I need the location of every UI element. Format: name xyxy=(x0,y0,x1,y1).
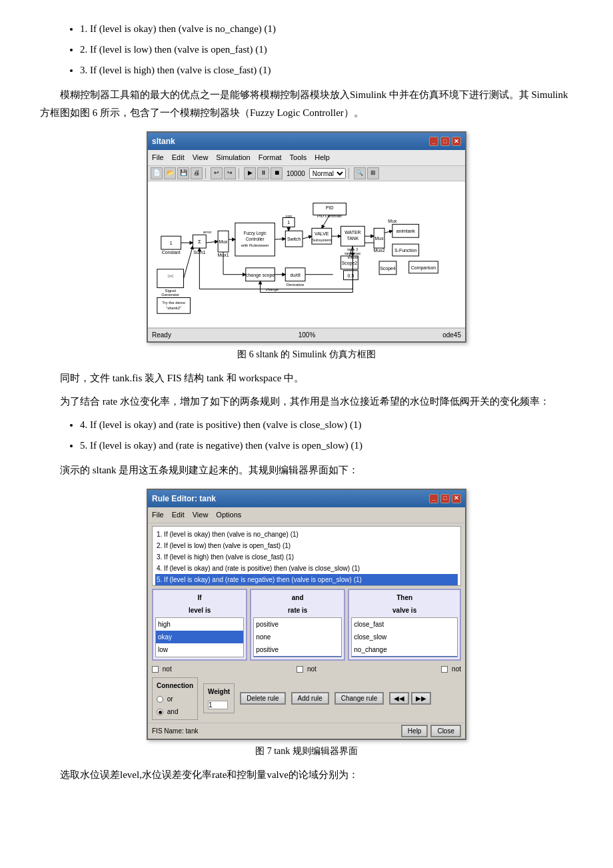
tb-pause-icon[interactable]: ⏸ xyxy=(257,167,269,179)
simulink-close-btn[interactable]: ✕ xyxy=(452,137,461,146)
re-and-radio[interactable] xyxy=(157,709,163,715)
re-rule-4[interactable]: 4. If (level is okay) and (rate is posit… xyxy=(155,563,458,574)
tb-fit-icon[interactable]: ⊞ xyxy=(367,167,379,179)
re-connection-box: Connection or and xyxy=(152,677,198,720)
svg-text:Generator: Generator xyxy=(161,293,179,297)
re-not-valve-checkbox[interactable] xyxy=(441,666,448,673)
svg-text:Mux: Mux xyxy=(388,219,397,223)
re-minimize-btn[interactable]: _ xyxy=(429,494,438,503)
re-next-button[interactable]: ▶▶ xyxy=(411,692,431,705)
re-valve-no-change[interactable]: no_change xyxy=(352,643,457,656)
re-not-level-checkbox[interactable] xyxy=(152,666,159,673)
re-close-btn[interactable]: ✕ xyxy=(452,494,461,503)
re-delete-rule-button[interactable]: Delete rule xyxy=(240,692,285,705)
sim-menu-file[interactable]: File xyxy=(152,151,164,164)
tb-undo-icon[interactable]: ↩ xyxy=(211,167,223,179)
svg-text:Switch: Switch xyxy=(287,237,301,241)
bullet-list-1: 1. If (level is okay) then (valve is no_… xyxy=(80,20,573,79)
re-rate-none[interactable]: none xyxy=(254,631,341,643)
re-rule-5[interactable]: 5. If (level is okay) and (rate is negat… xyxy=(155,574,458,585)
re-level-none[interactable]: none xyxy=(156,656,243,657)
re-change-rule-button[interactable]: Change rule xyxy=(334,692,384,705)
re-not-rate-label[interactable]: not xyxy=(297,663,316,675)
sim-menu-help[interactable]: Help xyxy=(314,151,330,164)
re-and-radio-label[interactable]: and xyxy=(157,706,193,717)
figure-6-container: sltank _ □ ✕ File Edit View Simulation F… xyxy=(40,131,573,363)
re-rules-area[interactable]: 1. If (level is okay) then (valve is no_… xyxy=(152,526,461,586)
re-not-rate-checkbox[interactable] xyxy=(297,666,303,673)
re-level-list[interactable]: high okay low none xyxy=(155,617,244,657)
svg-text:PID: PID xyxy=(326,205,334,210)
re-menu-options[interactable]: Options xyxy=(216,509,241,521)
tb-mode-select[interactable]: Normal xyxy=(309,168,346,179)
re-menu-edit[interactable]: Edit xyxy=(172,509,185,521)
re-not-level-label[interactable]: not xyxy=(152,663,172,675)
tb-print-icon[interactable]: 🖨 xyxy=(191,167,203,179)
svg-text:"sltank2": "sltank2" xyxy=(166,306,181,310)
re-rate-negative[interactable]: negative xyxy=(254,656,341,657)
bullet-item-5: 5. If (level is okay) and (rate is negat… xyxy=(80,437,573,455)
re-valve-close-fast[interactable]: close_fast xyxy=(352,618,457,631)
re-or-radio[interactable] xyxy=(157,696,163,703)
simulink-titlebar-buttons: _ □ ✕ xyxy=(429,137,461,146)
re-menu-view[interactable]: View xyxy=(193,509,209,521)
simulink-minimize-btn[interactable]: _ xyxy=(429,137,438,146)
sim-menu-edit[interactable]: Edit xyxy=(172,151,185,164)
paragraph-1: 模糊控制器工具箱的最大的优点之一是能够将模糊控制器模块放入Simulink 中并… xyxy=(40,86,573,122)
svg-text:VALVE: VALVE xyxy=(314,231,329,236)
re-add-rule-button[interactable]: Add rule xyxy=(291,692,329,705)
sim-menu-simulation[interactable]: Simulation xyxy=(216,151,250,164)
re-close-button[interactable]: Close xyxy=(430,725,461,737)
re-rate-list[interactable]: positive none positive negative none xyxy=(253,617,342,657)
svg-text:with Ruleviewer: with Ruleviewer xyxy=(241,243,269,247)
paragraph-2: 同时，文件 tank.fis 装入 FIS 结构 tank 和 workspac… xyxy=(40,369,573,387)
re-level-low[interactable]: low xyxy=(156,643,243,656)
bullet-item-1: 1. If (level is okay) then (valve is no_… xyxy=(80,20,573,38)
re-fis-name: FIS Name: tank xyxy=(152,725,198,737)
tb-zoom-in-icon[interactable]: 🔍 xyxy=(354,167,366,179)
re-valve-list[interactable]: close_fast close_slow no_change open_slo… xyxy=(351,617,458,657)
re-level-okay[interactable]: okay xyxy=(156,631,243,643)
re-rate-positive2[interactable]: positive xyxy=(254,643,341,656)
svg-text:Signal: Signal xyxy=(165,289,176,293)
svg-text:TANK: TANK xyxy=(346,236,358,241)
sim-menu-view[interactable]: View xyxy=(193,151,209,164)
simulink-maximize-btn[interactable]: □ xyxy=(440,137,450,146)
re-rate-positive[interactable]: positive xyxy=(254,618,341,631)
re-or-radio-label[interactable]: or xyxy=(157,693,193,705)
re-title: Rule Editor: tank xyxy=(152,492,216,505)
re-valve-open-slow[interactable]: open_slow xyxy=(352,656,457,657)
re-valve-close-slow[interactable]: close_slow xyxy=(352,631,457,643)
tb-new-icon[interactable]: 📄 xyxy=(151,167,163,179)
svg-text:PID Controller: PID Controller xyxy=(317,215,342,219)
bullet-item-4: 4. If (level is okay) and (rate is posit… xyxy=(80,416,573,434)
tb-redo-icon[interactable]: ↪ xyxy=(224,167,236,179)
re-weight-box: Weight xyxy=(203,683,235,713)
tb-save-icon[interactable]: 💾 xyxy=(177,167,189,179)
svg-text:Try the demo: Try the demo xyxy=(162,301,185,305)
svg-text:Subsystem: Subsystem xyxy=(312,238,331,242)
tb-run-icon[interactable]: ▶ xyxy=(244,167,256,179)
re-help-button[interactable]: Help xyxy=(401,725,428,737)
svg-text:Fuzzy Logic: Fuzzy Logic xyxy=(243,231,267,236)
sim-menu-format[interactable]: Format xyxy=(259,151,282,164)
simulink-menubar: File Edit View Simulation Format Tools H… xyxy=(148,150,465,166)
re-weight-input[interactable] xyxy=(208,701,228,709)
tb-stop-icon[interactable]: ⏹ xyxy=(271,167,283,179)
re-conditions-row: If level is high okay low none and rate … xyxy=(152,589,461,661)
svg-text:1: 1 xyxy=(287,220,290,225)
re-menu-file[interactable]: File xyxy=(152,509,164,521)
sim-menu-tools[interactable]: Tools xyxy=(290,151,307,164)
re-not-valve-label[interactable]: not xyxy=(441,663,461,675)
re-prev-button[interactable]: ◀◀ xyxy=(389,692,409,705)
re-level-high[interactable]: high xyxy=(156,618,243,631)
svg-text:animtank: animtank xyxy=(396,229,416,233)
re-maximize-btn[interactable]: □ xyxy=(440,494,450,503)
re-rule-2[interactable]: 2. If (level is low) then (valve is open… xyxy=(155,540,458,551)
svg-text:⊃⊂: ⊃⊂ xyxy=(167,274,174,278)
paragraph-3: 为了结合 rate 水位变化率，增加了如下的两条规则，其作用是当水位接近希望的水… xyxy=(40,393,573,411)
re-rule-3[interactable]: 3. If (level is high) then (valve is clo… xyxy=(155,551,458,563)
tb-open-icon[interactable]: 📂 xyxy=(164,167,176,179)
re-rule-1[interactable]: 1. If (level is okay) then (valve is no_… xyxy=(155,529,458,540)
svg-text:Derivative: Derivative xyxy=(287,283,305,287)
